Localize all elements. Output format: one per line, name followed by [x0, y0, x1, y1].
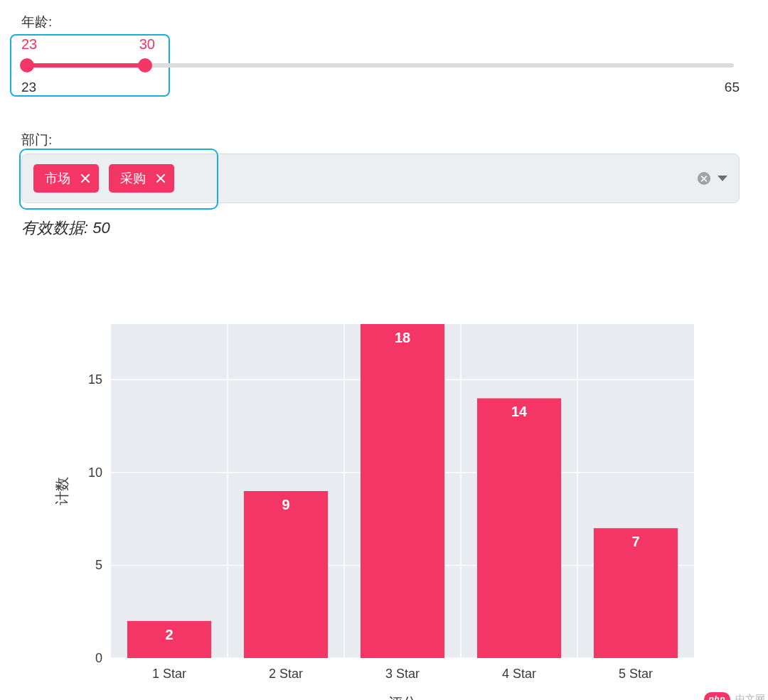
svg-text:2 Star: 2 Star	[269, 667, 303, 681]
chevron-down-icon[interactable]	[718, 176, 727, 181]
svg-text:7: 7	[631, 534, 639, 549]
svg-text:15: 15	[88, 372, 102, 387]
age-selected-min: 23	[21, 36, 37, 53]
age-selected-max: 30	[139, 36, 155, 53]
svg-text:2: 2	[165, 627, 173, 642]
svg-text:评分: 评分	[388, 695, 417, 700]
bar[interactable]	[244, 491, 328, 658]
svg-text:计数: 计数	[54, 477, 70, 505]
age-selected-values: 23 30	[21, 36, 155, 53]
svg-text:1 Star: 1 Star	[152, 667, 186, 681]
valid-data-text: 有效数据: 50	[21, 217, 747, 239]
age-slider[interactable]: 23 30 23 65	[21, 36, 747, 114]
department-chip[interactable]: 采购	[109, 164, 174, 193]
svg-text:10: 10	[88, 465, 102, 480]
bar[interactable]	[477, 398, 561, 658]
age-range-max: 65	[725, 80, 740, 95]
valid-data-value: 50	[92, 219, 110, 237]
department-label: 部门:	[21, 131, 747, 149]
slider-track-fill	[27, 63, 145, 68]
svg-text:5 Star: 5 Star	[619, 667, 653, 681]
watermark: php 中文网	[704, 692, 766, 700]
valid-data-label: 有效数据:	[21, 219, 88, 237]
chip-label: 采购	[120, 170, 146, 187]
watermark-text: 中文网	[735, 693, 765, 700]
php-badge: php	[704, 692, 731, 700]
clear-icon[interactable]	[698, 172, 710, 185]
slider-thumb-min[interactable]	[20, 58, 34, 72]
age-range-min: 23	[21, 80, 36, 95]
chip-label: 市场	[45, 170, 70, 187]
department-chip[interactable]: 市场	[33, 164, 99, 193]
svg-text:14: 14	[511, 404, 528, 419]
rating-bar-chart: 05101521 Star92 Star183 Star144 Star75 S…	[47, 317, 730, 700]
bar[interactable]	[361, 324, 444, 658]
svg-text:0: 0	[95, 651, 102, 665]
svg-text:9: 9	[282, 497, 289, 512]
age-range-limits: 23 65	[21, 80, 740, 95]
svg-text:3 Star: 3 Star	[385, 667, 420, 681]
department-multiselect[interactable]: 市场采购	[21, 154, 740, 203]
svg-text:18: 18	[395, 330, 410, 345]
slider-thumb-max[interactable]	[138, 58, 152, 72]
age-label: 年龄:	[21, 13, 747, 31]
close-icon[interactable]	[80, 173, 90, 183]
svg-text:4 Star: 4 Star	[502, 667, 536, 681]
close-icon[interactable]	[156, 173, 166, 183]
age-slider-track[interactable]	[21, 57, 740, 72]
svg-text:5: 5	[95, 558, 102, 572]
